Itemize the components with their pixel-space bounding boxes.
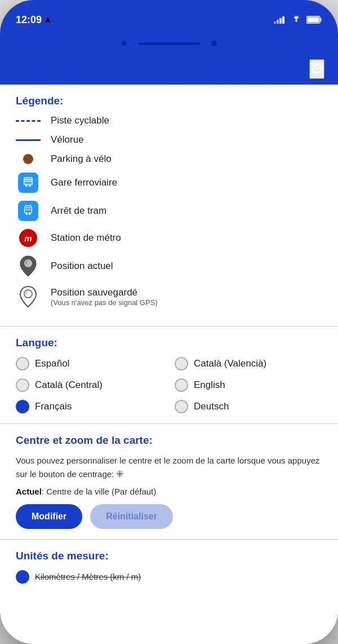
settings-button[interactable]: ⚙ — [309, 59, 324, 79]
location-arrow-icon — [44, 16, 52, 24]
lang-label-catala-central: Català (Central) — [35, 380, 103, 391]
actuel-label: Actuel — [16, 487, 42, 496]
svg-point-10 — [29, 185, 31, 187]
svg-point-9 — [25, 185, 28, 187]
status-bar: 12:09 — [0, 0, 338, 34]
position-saved-icon — [16, 285, 41, 308]
svg-point-16 — [25, 213, 28, 215]
lang-label-francais: Français — [35, 401, 72, 412]
battery-icon — [306, 16, 322, 24]
lang-option-deutsch[interactable]: Deutsch — [175, 400, 322, 413]
list-item: Parking à vélo — [16, 153, 322, 165]
notch-area — [0, 34, 338, 53]
radio-catala-valenciana[interactable] — [175, 357, 188, 370]
signal-icon — [274, 16, 286, 24]
legend-velorue: Vélorue — [51, 134, 84, 145]
lang-option-catala-central[interactable]: Català (Central) — [16, 378, 163, 392]
units-label: Kilomètres / Mètres (km / m) — [35, 572, 141, 581]
radio-english[interactable] — [175, 378, 188, 392]
svg-rect-6 — [308, 17, 319, 23]
legend-position-saved-sub: (Vous n'avez pas de signal GPS) — [51, 298, 158, 307]
tram-icon — [16, 201, 41, 221]
radio-units[interactable] — [16, 570, 29, 584]
legend-piste: Piste cyclable — [51, 115, 109, 126]
svg-rect-0 — [274, 21, 276, 24]
legend-title: Légende: — [16, 95, 322, 107]
lang-label-english: English — [194, 380, 225, 391]
actuel-value: : Centre de la ville (Par défaut) — [42, 487, 156, 496]
svg-point-17 — [29, 213, 31, 215]
list-item: Gare ferroviaire — [16, 173, 322, 193]
map-center-description: Vous pouvez personnaliser le centre et l… — [16, 455, 322, 481]
legend-position-actuel: Position actuel — [51, 261, 113, 272]
svg-rect-1 — [277, 20, 279, 24]
time-label: 12:09 — [16, 14, 42, 26]
main-content: Légende: Piste cyclable Vélorue — [0, 85, 338, 644]
status-icons — [274, 16, 322, 24]
list-item: Position actuel — [16, 255, 322, 277]
radio-francais[interactable] — [16, 400, 29, 413]
lang-option-english[interactable]: English — [175, 378, 322, 392]
lang-label-espanol: Español — [35, 358, 69, 369]
status-time: 12:09 — [16, 14, 52, 26]
center-symbol: ⁜ — [116, 467, 123, 481]
map-btn-row: Modifier Réinitialiser — [16, 504, 322, 529]
metro-icon: m — [16, 229, 41, 247]
parking-dot-icon — [16, 154, 41, 164]
legend-position-saved-block: Position sauvegardé (Vous n'avez pas de … — [51, 287, 158, 307]
map-current-label: Actuel: Centre de la ville (Par défaut) — [16, 487, 322, 496]
list-item: Position sauvegardé (Vous n'avez pas de … — [16, 285, 322, 308]
lang-option-francais[interactable]: Français — [16, 400, 163, 413]
lang-label-catala-valenciana: Català (Valencià) — [194, 358, 266, 369]
radio-espanol[interactable] — [16, 357, 29, 370]
legend-parking: Parking à vélo — [51, 153, 112, 165]
svg-rect-2 — [279, 18, 282, 24]
language-section: Langue: Español Català (Valencià) — [0, 327, 338, 424]
legend-gare: Gare ferroviaire — [51, 177, 117, 188]
legend-position-saved: Position sauvegardé — [51, 287, 158, 298]
train-icon — [16, 173, 41, 193]
langue-title: Langue: — [16, 337, 322, 349]
units-section: Unités de mesure: Kilomètres / Mètres (k… — [0, 540, 338, 594]
legend-tram: Arrêt de tram — [51, 205, 106, 217]
map-center-title: Centre et zoom de la carte: — [16, 434, 322, 447]
top-bar: ⚙ — [0, 53, 338, 85]
list-item: m Station de métro — [16, 229, 322, 247]
svg-rect-3 — [282, 16, 284, 24]
svg-rect-5 — [320, 18, 322, 21]
units-title: Unités de mesure: — [16, 550, 322, 562]
map-center-section: Centre et zoom de la carte: Vous pouvez … — [0, 424, 338, 539]
list-item: Vélorue — [16, 134, 322, 145]
legend-metro: Station de métro — [51, 232, 121, 244]
radio-deutsch[interactable] — [175, 400, 188, 413]
reset-button[interactable]: Réinitialiser — [90, 504, 173, 529]
dashed-line-icon — [16, 120, 41, 122]
units-option[interactable]: Kilomètres / Mètres (km / m) — [16, 570, 322, 584]
radio-catala-central[interactable] — [16, 378, 29, 392]
lang-label-deutsch: Deutsch — [194, 401, 229, 412]
modify-button[interactable]: Modifier — [16, 504, 82, 529]
map-desc-text: Vous pouvez personnaliser le centre et l… — [16, 456, 320, 479]
lang-option-catala-valenciana[interactable]: Català (Valencià) — [175, 357, 322, 370]
position-filled-icon — [16, 255, 41, 277]
list-item: Piste cyclable — [16, 115, 322, 126]
lang-option-espanol[interactable]: Español — [16, 357, 163, 370]
solid-line-icon — [16, 139, 41, 141]
language-grid: Español Català (Valencià) Català (Centra… — [16, 357, 322, 413]
wifi-icon — [291, 16, 302, 24]
list-item: Arrêt de tram — [16, 201, 322, 221]
legend-section: Légende: Piste cyclable Vélorue — [0, 85, 338, 326]
